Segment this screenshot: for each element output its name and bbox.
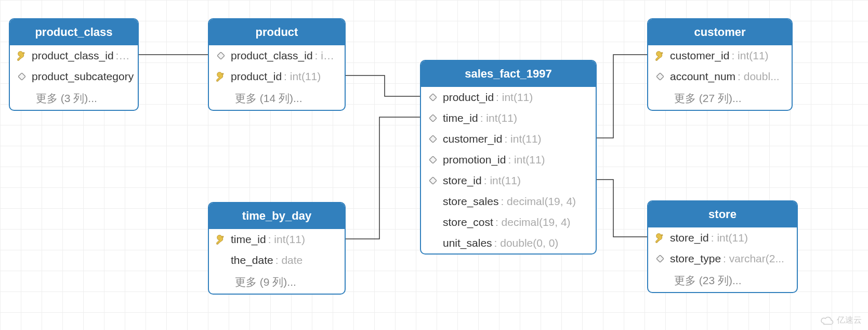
column-name: store_id bbox=[670, 232, 709, 244]
column-type: : varchar(2... bbox=[723, 252, 784, 265]
column-row[interactable]: the_date : date bbox=[209, 250, 345, 271]
column-name: time_id bbox=[443, 112, 478, 124]
column-name: product_class_id bbox=[32, 49, 114, 62]
key-icon bbox=[653, 50, 667, 61]
table-header: product_class bbox=[10, 19, 138, 45]
key-icon bbox=[653, 232, 667, 244]
column-row[interactable]: product_class_id : i... bbox=[10, 45, 138, 66]
table-header: product bbox=[209, 19, 345, 45]
more-columns[interactable]: 更多 (23 列)... bbox=[648, 269, 797, 292]
key-icon bbox=[214, 71, 228, 82]
column-row[interactable]: store_sales: decimal(19, 4) bbox=[421, 191, 596, 212]
column-name: product_id bbox=[231, 70, 282, 83]
column-name: customer_id bbox=[443, 133, 502, 145]
column-type: : int(11) bbox=[496, 91, 533, 104]
column-type: : double(0, 0) bbox=[494, 237, 559, 249]
column-row[interactable]: customer_id: int(11) bbox=[421, 129, 596, 149]
column-name: the_date bbox=[231, 254, 273, 266]
column-row[interactable]: unit_sales: double(0, 0) bbox=[421, 233, 596, 253]
column-type: : decimal(19, 4) bbox=[495, 216, 571, 229]
more-columns[interactable]: 更多 (14 列)... bbox=[209, 87, 345, 110]
column-row[interactable]: time_id: int(11) bbox=[421, 108, 596, 129]
column-row[interactable]: product_id : int(11) bbox=[209, 66, 345, 87]
key-icon bbox=[214, 234, 228, 245]
column-name: time_id bbox=[231, 233, 266, 246]
column-row[interactable]: promotion_id: int(11) bbox=[421, 149, 596, 170]
diamond-icon bbox=[15, 73, 29, 80]
column-row[interactable]: product_class_id : int... bbox=[209, 45, 345, 66]
column-name: account_num bbox=[670, 70, 735, 83]
more-columns[interactable]: 更多 (27 列)... bbox=[648, 87, 792, 110]
watermark: 亿速云 bbox=[820, 315, 862, 326]
column-type: : int(11) bbox=[711, 232, 748, 244]
column-row[interactable]: customer_id : int(11) bbox=[648, 45, 792, 66]
diamond-icon bbox=[426, 156, 440, 163]
column-name: store_sales bbox=[443, 195, 498, 208]
column-row[interactable]: store_id : int(11) bbox=[648, 227, 797, 248]
column-name: customer_id bbox=[670, 49, 729, 62]
diamond-icon bbox=[426, 177, 440, 184]
table-time-by-day[interactable]: time_by_day time_id : int(11) the_date :… bbox=[208, 202, 346, 295]
table-sales-fact-1997[interactable]: sales_fact_1997 product_id: int(11)time_… bbox=[420, 60, 597, 255]
column-row[interactable]: product_subcategory ... bbox=[10, 66, 138, 87]
column-type: : int(11) bbox=[504, 133, 541, 145]
column-row[interactable]: store_cost: decimal(19, 4) bbox=[421, 212, 596, 233]
table-product[interactable]: product product_class_id : int... produc… bbox=[208, 18, 346, 111]
column-type: : doubl... bbox=[738, 70, 780, 83]
more-columns[interactable]: 更多 (3 列)... bbox=[10, 87, 138, 110]
table-store[interactable]: store store_id : int(11) store_type : va… bbox=[647, 200, 798, 293]
column-type: : int(11) bbox=[284, 70, 321, 83]
column-type: : int(11) bbox=[484, 174, 521, 187]
column-row[interactable]: time_id : int(11) bbox=[209, 229, 345, 250]
column-row[interactable]: store_id: int(11) bbox=[421, 170, 596, 191]
table-header: time_by_day bbox=[209, 203, 345, 229]
table-customer[interactable]: customer customer_id : int(11) account_n… bbox=[647, 18, 793, 111]
column-type: : int... bbox=[315, 49, 338, 62]
column-type: : int(11) bbox=[508, 154, 545, 166]
diamond-icon bbox=[426, 135, 440, 143]
column-name: store_id bbox=[443, 174, 482, 187]
column-type: : int(11) bbox=[480, 112, 517, 124]
column-name: promotion_id bbox=[443, 154, 506, 166]
table-product-class[interactable]: product_class product_class_id : i... pr… bbox=[9, 18, 139, 111]
column-row[interactable]: product_id: int(11) bbox=[421, 87, 596, 108]
column-name: store_cost bbox=[443, 216, 493, 229]
column-name: unit_sales bbox=[443, 237, 492, 249]
column-type: : decimal(19, 4) bbox=[501, 195, 576, 208]
column-row[interactable]: account_num : doubl... bbox=[648, 66, 792, 87]
diamond-icon bbox=[214, 52, 228, 59]
column-type: : int(11) bbox=[268, 233, 305, 246]
table-header: customer bbox=[648, 19, 792, 45]
table-header: sales_fact_1997 bbox=[421, 61, 596, 87]
column-row[interactable]: store_type : varchar(2... bbox=[648, 248, 797, 269]
diamond-icon bbox=[426, 115, 440, 122]
column-name: product_id bbox=[443, 91, 494, 104]
more-columns[interactable]: 更多 (9 列)... bbox=[209, 271, 345, 294]
column-name: product_subcategory bbox=[32, 70, 134, 83]
column-type: : int(11) bbox=[731, 49, 768, 62]
column-type: : date bbox=[275, 254, 303, 266]
diamond-icon bbox=[426, 94, 440, 101]
table-header: store bbox=[648, 201, 797, 227]
diamond-icon bbox=[653, 73, 667, 80]
diamond-icon bbox=[653, 255, 667, 262]
column-name: store_type bbox=[670, 252, 721, 265]
key-icon bbox=[15, 50, 29, 61]
column-type: : i... bbox=[116, 49, 131, 62]
column-name: product_class_id bbox=[231, 49, 313, 62]
